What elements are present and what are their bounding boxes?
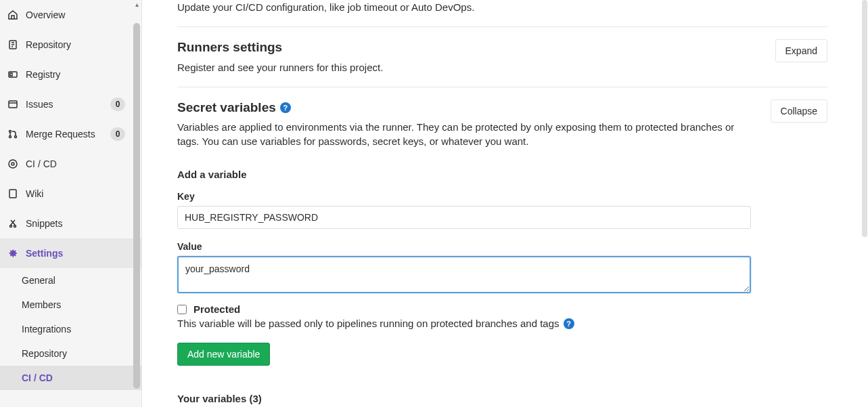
- protected-hint-text: This variable will be passed only to pip…: [177, 318, 559, 329]
- help-icon[interactable]: ?: [564, 318, 574, 329]
- file-icon: [7, 39, 19, 51]
- sidebar-scrollbar[interactable]: ▴: [132, 0, 141, 407]
- sidebar-item-label: Registry: [26, 69, 135, 80]
- sidebar-sub-cicd[interactable]: CI / CD: [0, 366, 141, 390]
- sidebar-scroll-thumb[interactable]: [133, 23, 140, 389]
- sidebar-item-label: CI / CD: [26, 158, 135, 169]
- sidebar-sub-general[interactable]: General: [0, 268, 141, 293]
- svg-rect-9: [9, 190, 16, 198]
- sidebar-item-merge-requests[interactable]: Merge Requests 0: [0, 119, 141, 149]
- collapse-button[interactable]: Collapse: [771, 100, 827, 123]
- main-scroll-thumb[interactable]: [862, 0, 867, 237]
- sidebar-sub-label: Members: [22, 299, 61, 310]
- expand-button[interactable]: Expand: [775, 39, 827, 62]
- sidebar-sub-integrations[interactable]: Integrations: [0, 317, 141, 341]
- merge-requests-badge: 0: [110, 127, 125, 141]
- section-runners: Runners settings Register and see your r…: [177, 26, 827, 87]
- sidebar-item-label: Merge Requests: [26, 129, 110, 140]
- sidebar-item-label: Repository: [26, 39, 135, 50]
- protected-hint: This variable will be passed only to pip…: [177, 318, 827, 329]
- protected-row: Protected: [177, 303, 827, 315]
- sidebar-sub-label: Integrations: [22, 324, 71, 335]
- form-group-key: Key: [177, 191, 827, 229]
- section-title-text: Secret variables: [177, 100, 276, 116]
- sidebar-item-repository[interactable]: Repository: [0, 30, 141, 60]
- issues-badge: 0: [110, 98, 125, 111]
- sidebar-sub-label: General: [22, 275, 55, 286]
- protected-checkbox[interactable]: [177, 305, 187, 314]
- sidebar-item-label: Overview: [26, 9, 135, 20]
- sidebar-item-settings[interactable]: Settings: [0, 238, 141, 268]
- add-variable-form: Add a variable Key Value Protected This …: [177, 169, 827, 404]
- sidebar-item-snippets[interactable]: Snippets: [0, 209, 141, 238]
- sidebar-item-registry[interactable]: Registry: [0, 60, 141, 89]
- issues-icon: [7, 98, 19, 110]
- settings-submenu: General Members Integrations Repository …: [0, 268, 141, 390]
- svg-point-8: [12, 163, 14, 165]
- snippets-icon: [7, 217, 19, 230]
- sidebar-sub-repository[interactable]: Repository: [0, 341, 141, 366]
- sidebar: Overview Repository Registry Issues 0 Me…: [0, 0, 142, 407]
- registry-icon: [7, 68, 19, 81]
- main-content: Update your CI/CD configuration, like jo…: [142, 0, 868, 407]
- wiki-icon: [7, 188, 19, 200]
- section-description: Register and see your runners for this p…: [177, 60, 762, 74]
- sidebar-item-issues[interactable]: Issues 0: [0, 89, 141, 119]
- svg-rect-2: [10, 73, 12, 76]
- svg-point-10: [10, 226, 12, 228]
- add-variable-button[interactable]: Add new variable: [177, 343, 270, 366]
- svg-point-6: [15, 136, 17, 138]
- value-textarea[interactable]: [177, 256, 751, 293]
- sidebar-sub-label: Repository: [22, 348, 67, 359]
- section-secret-variables: Secret variables ? Variables are applied…: [177, 87, 827, 407]
- home-icon: [7, 9, 19, 21]
- merge-icon: [7, 128, 19, 140]
- section-title: Runners settings: [177, 39, 762, 56]
- section-description: Update your CI/CD configuration, like jo…: [177, 0, 827, 14]
- svg-point-4: [9, 131, 12, 133]
- protected-label: Protected: [193, 303, 240, 315]
- sidebar-item-label: Issues: [26, 99, 110, 110]
- svg-point-5: [9, 136, 12, 138]
- svg-point-7: [9, 160, 17, 168]
- key-input[interactable]: [177, 206, 751, 229]
- sidebar-sub-label: CI / CD: [22, 372, 53, 383]
- sidebar-item-label: Settings: [26, 248, 135, 259]
- sidebar-item-wiki[interactable]: Wiki: [0, 179, 141, 209]
- sidebar-item-label: Snippets: [26, 218, 135, 229]
- sidebar-item-overview[interactable]: Overview: [0, 0, 141, 30]
- sidebar-item-cicd[interactable]: CI / CD: [0, 149, 141, 179]
- help-icon[interactable]: ?: [280, 102, 291, 113]
- gear-icon: [7, 247, 19, 259]
- key-label: Key: [177, 191, 827, 202]
- form-group-value: Value: [177, 241, 827, 295]
- section-title: Secret variables ?: [177, 100, 757, 116]
- scroll-up-icon[interactable]: ▴: [133, 1, 140, 8]
- value-label: Value: [177, 241, 827, 252]
- section-general-pipelines: Update your CI/CD configuration, like jo…: [177, 0, 827, 26]
- cicd-icon: [7, 158, 19, 170]
- svg-point-11: [14, 226, 16, 228]
- your-variables-heading: Your variables (3): [177, 393, 827, 404]
- section-description: Variables are applied to environments vi…: [177, 120, 757, 148]
- sidebar-item-label: Wiki: [26, 188, 135, 199]
- form-heading: Add a variable: [177, 169, 827, 180]
- sidebar-sub-members[interactable]: Members: [0, 293, 141, 317]
- svg-rect-3: [9, 101, 17, 108]
